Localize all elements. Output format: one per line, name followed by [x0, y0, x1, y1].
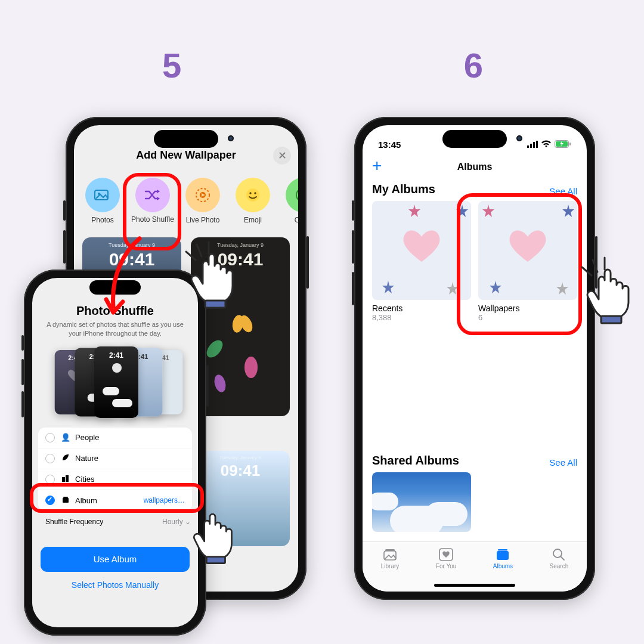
shuffle-preview-stack: 2:41 2:41 2:41 2:41 2:41: [52, 346, 178, 418]
nav-title: Albums: [457, 162, 493, 172]
album-thumbnail: [478, 201, 577, 300]
battery-charging-icon: [555, 140, 571, 150]
tab-albums[interactable]: Albums: [493, 548, 513, 569]
svg-line-30: [197, 244, 202, 256]
svg-line-29: [186, 252, 196, 260]
tab-search[interactable]: Search: [550, 548, 569, 569]
row-value: wallpapers…: [144, 496, 185, 504]
category-label: Photos: [80, 216, 125, 224]
svg-rect-15: [527, 145, 529, 148]
my-albums-row: Recents 8,388 Wallpapers 6: [363, 201, 587, 322]
tap-hand-icon: [179, 240, 250, 311]
tab-library[interactable]: Library: [381, 548, 400, 569]
source-row-nature[interactable]: Nature: [38, 448, 192, 469]
album-wallpapers[interactable]: Wallpapers 6: [478, 201, 577, 322]
source-row-people[interactable]: 👤 People: [38, 428, 192, 448]
add-button[interactable]: +: [372, 156, 382, 175]
section-header-shared: Shared Albums See All: [363, 450, 587, 472]
radio-unchecked-icon: [45, 454, 55, 463]
preview-time: 2:41: [94, 351, 138, 360]
svg-point-6: [254, 192, 256, 194]
svg-rect-37: [601, 316, 621, 323]
category-live-photo[interactable]: Live Photo: [180, 178, 225, 224]
source-row-album[interactable]: Album wallpapers…: [38, 490, 192, 511]
section-title: My Albums: [372, 182, 435, 196]
live-photo-icon: [185, 178, 220, 212]
section-header-my-albums: My Albums See All: [363, 179, 587, 201]
svg-line-35: [593, 260, 597, 272]
album-stack-icon: [61, 496, 70, 506]
close-icon: ✕: [278, 149, 287, 162]
step-number-5: 5: [162, 45, 181, 85]
shuffle-frequency-row[interactable]: Shuffle Frequency Hourly ⌄: [32, 511, 198, 532]
tap-hand-icon: [575, 255, 644, 327]
category-label: Color: [280, 216, 298, 224]
album-thumbnail: [372, 201, 471, 300]
svg-line-28: [561, 557, 565, 561]
button-label: Use Album: [94, 554, 137, 564]
shared-album-thumbnail[interactable]: [372, 472, 471, 532]
wallpaper-category-row: Photos Photo Shuffle Live Photo Emoji: [74, 178, 298, 224]
radio-unchecked-icon: [45, 433, 55, 442]
link-label: Select Photos Manually: [72, 580, 159, 590]
svg-rect-23: [385, 549, 395, 551]
svg-rect-17: [533, 142, 535, 148]
album-name: Wallpapers: [478, 304, 577, 313]
svg-rect-25: [497, 551, 509, 560]
tap-hand-icon: [182, 501, 248, 566]
see-all-link[interactable]: See All: [549, 457, 577, 467]
svg-point-4: [246, 188, 259, 202]
album-name: Recents: [372, 304, 471, 313]
close-button[interactable]: ✕: [273, 147, 291, 165]
status-time: 13:45: [378, 140, 401, 150]
tab-label: For You: [436, 563, 456, 569]
category-color[interactable]: Color: [280, 178, 298, 224]
album-count: 6: [478, 313, 577, 322]
svg-rect-18: [536, 141, 538, 148]
emoji-icon: [236, 178, 270, 212]
row-label: People: [75, 433, 99, 442]
phone-photo-shuffle-sheet: Photo Shuffle A dynamic set of photos th…: [24, 270, 206, 636]
album-count: 8,388: [372, 313, 471, 322]
use-album-button[interactable]: Use Album: [41, 547, 190, 572]
library-icon: [382, 548, 398, 561]
source-row-cities[interactable]: Cities: [38, 469, 192, 490]
category-emoji[interactable]: Emoji: [230, 178, 275, 224]
phone-photos-albums: 13:45 + Albums My Albums See All: [354, 117, 595, 600]
shuffle-source-list: 👤 People Nature Cities: [38, 428, 192, 511]
select-photos-manually-link[interactable]: Select Photos Manually: [32, 580, 198, 590]
tab-label: Search: [550, 563, 569, 569]
row-label: Shuffle Frequency: [45, 518, 103, 526]
svg-rect-16: [530, 144, 532, 148]
tab-label: Library: [381, 563, 400, 569]
category-label: Emoji: [230, 216, 275, 224]
row-label: Cities: [75, 475, 95, 484]
svg-rect-21: [569, 143, 571, 145]
photos-icon: [85, 178, 120, 212]
svg-rect-33: [206, 557, 225, 564]
wifi-icon: [541, 140, 552, 150]
albums-icon: [495, 548, 510, 561]
category-photos[interactable]: Photos: [80, 178, 125, 224]
sheet-title: Add New Wallpaper: [136, 149, 236, 162]
svg-line-34: [582, 267, 592, 275]
svg-rect-11: [62, 477, 65, 482]
leaf-icon: [61, 453, 70, 463]
cellular-icon: [527, 140, 538, 150]
person-icon: 👤: [61, 433, 70, 442]
buildings-icon: [61, 474, 70, 484]
category-label: Photo Shuffle: [130, 216, 175, 224]
svg-rect-14: [63, 497, 68, 498]
tab-for-you[interactable]: For You: [436, 548, 456, 569]
heart-square-icon: [438, 548, 454, 561]
see-all-link[interactable]: See All: [549, 186, 577, 196]
arrow-icon: [100, 234, 154, 323]
svg-rect-32: [205, 301, 225, 308]
color-palette-icon: [286, 178, 298, 212]
album-recents[interactable]: Recents 8,388: [372, 201, 471, 322]
category-label: Live Photo: [180, 216, 225, 224]
home-indicator[interactable]: [434, 584, 515, 587]
category-photo-shuffle[interactable]: Photo Shuffle: [130, 178, 175, 224]
svg-point-5: [249, 192, 251, 194]
radio-checked-icon: [45, 496, 55, 505]
